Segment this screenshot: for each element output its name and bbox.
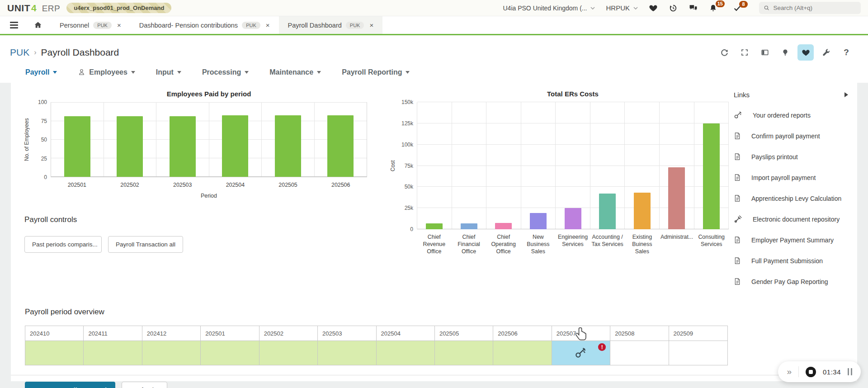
brand-unit: UNIT [7,3,30,14]
create-payroll-proposal-button[interactable]: Create payroll proposal [25,382,115,388]
link-label: Full Payment Submission [751,257,823,265]
role-selector[interactable]: HRPUK [606,4,638,12]
collapse-panel-icon[interactable] [844,92,848,97]
x-tick-label: Chief Operating Office [486,233,521,255]
period-cell-complete[interactable] [493,341,552,365]
period-cell-empty[interactable] [669,341,727,365]
y-tick-label: 150k [401,99,413,105]
x-tick-label: 202506 [314,181,367,189]
menu-employees[interactable]: Employees [78,68,135,76]
link-item[interactable]: Employer Payment Summary [734,236,851,244]
search-icon [764,5,769,11]
period-cell-complete[interactable] [201,341,259,365]
period-cell-complete[interactable] [25,341,84,365]
y-axis: 0255075100 [31,102,51,177]
link-item[interactable]: Import payroll payment [734,173,851,182]
payroll-controls-section: Payroll controls Past periods comparis..… [23,215,371,253]
plot-area [417,102,729,229]
tab-pension-dashboard[interactable]: Dashboard- Pension contributions PUK × [130,16,279,34]
y-tick-label: 0 [44,174,47,180]
period-cell-complete[interactable] [377,341,435,365]
pause-recording-button[interactable] [848,368,852,375]
period-cell-complete[interactable] [142,341,201,365]
recording-timer: 01:34 [823,368,841,376]
link-label: Gender Pay Gap Reporting [751,278,828,285]
link-item[interactable]: Apprenticeship Levy Calculation [734,194,851,203]
module-menu: Payroll Employees Input Processing Maint… [0,63,868,83]
caret-down-icon [131,71,135,74]
period-cell-complete[interactable] [435,341,493,365]
link-item[interactable]: Your ordered reports [734,111,851,119]
role-selector-label: HRPUK [606,4,630,12]
period-cell-empty[interactable] [610,341,669,365]
expand-widget-icon[interactable]: » [787,367,792,377]
client-selector[interactable]: U4ia PSO United Kingdom (... [503,5,595,12]
menu-payroll[interactable]: Payroll [25,68,57,76]
menu-icon[interactable] [10,22,18,28]
menu-processing[interactable]: Processing [202,68,249,76]
period-cell-complete[interactable] [318,341,376,365]
tasks-button[interactable]: 8 [733,4,742,12]
history-button[interactable] [669,4,678,13]
insights-button[interactable] [777,44,793,61]
link-item[interactable]: Confirm payroll payment [734,132,851,140]
y-axis-title: Cost [389,102,397,229]
help-button[interactable]: ? [838,44,854,61]
search-input[interactable] [773,5,856,11]
tab-label: Dashboard- Pension contributions [139,22,238,29]
link-item[interactable]: Payslips printout [734,152,851,161]
past-periods-comparison-button[interactable]: Past periods comparis... [24,236,102,253]
payroll-transaction-all-button[interactable]: Payroll Transaction all [108,236,183,253]
layout-columns-button[interactable] [757,44,773,61]
notifications-button[interactable]: 15 [709,4,717,13]
global-search[interactable] [759,2,861,14]
breadcrumb-root-link[interactable]: PUK [10,47,29,58]
menu-input[interactable]: Input [156,68,181,76]
period-column-header: 202508 [610,326,669,341]
link-label: Confirm payroll payment [751,132,820,140]
close-icon[interactable]: × [117,21,121,29]
bar [668,167,685,229]
wrench-icon [822,48,830,57]
x-tick-label: Consulting Services [694,233,729,255]
refresh-dashboard-button[interactable]: Refresh [122,382,167,388]
link-item[interactable]: Full Payment Submission [734,256,851,265]
period-cell-complete[interactable] [259,341,318,365]
period-cell-in-progress[interactable]: ! [552,341,610,365]
messages-button[interactable] [689,4,698,13]
close-icon[interactable]: × [369,21,373,29]
settings-button[interactable] [818,44,834,61]
home-button[interactable] [33,21,42,29]
fullscreen-button[interactable] [736,44,753,61]
x-tick-label: Administrat... [660,233,694,255]
x-axis-title: Period [51,193,367,199]
period-column-header: 202411 [84,326,142,341]
tab-personnel[interactable]: Personnel PUK × [51,16,130,34]
link-label: Electronic document repository [753,216,840,223]
stop-recording-button[interactable] [806,367,816,377]
bar-slot [660,102,694,229]
close-icon[interactable]: × [266,21,270,29]
menu-label: Employees [89,68,127,76]
fullscreen-icon [741,48,749,57]
page-title: Payroll Dashboard [41,47,119,58]
link-item[interactable]: Gender Pay Gap Reporting [734,277,851,286]
favourites-button[interactable] [649,4,658,13]
y-tick-label: 25k [405,205,413,211]
link-item[interactable]: Electronic document repository [734,215,851,223]
period-cell-complete[interactable] [84,341,142,365]
bar [599,194,616,229]
chart-title: Total ERs Costs [417,90,729,98]
bar-slot [262,103,315,177]
favourite-page-button[interactable] [797,44,814,61]
menu-label: Input [156,68,174,76]
refresh-button[interactable] [716,44,732,61]
widget-divider [798,366,799,377]
menu-payroll-reporting[interactable]: Payroll Reporting [342,68,410,76]
link-label: Apprenticeship Levy Calculation [751,195,841,202]
bar-slot [51,103,104,177]
employees-paid-chart: Employees Paid by period No. of Employee… [23,90,371,199]
menu-maintenance[interactable]: Maintenance [269,68,321,76]
tab-payroll-dashboard[interactable]: Payroll Dashboard PUK × [279,16,383,34]
y-tick-label: 100k [401,142,413,148]
